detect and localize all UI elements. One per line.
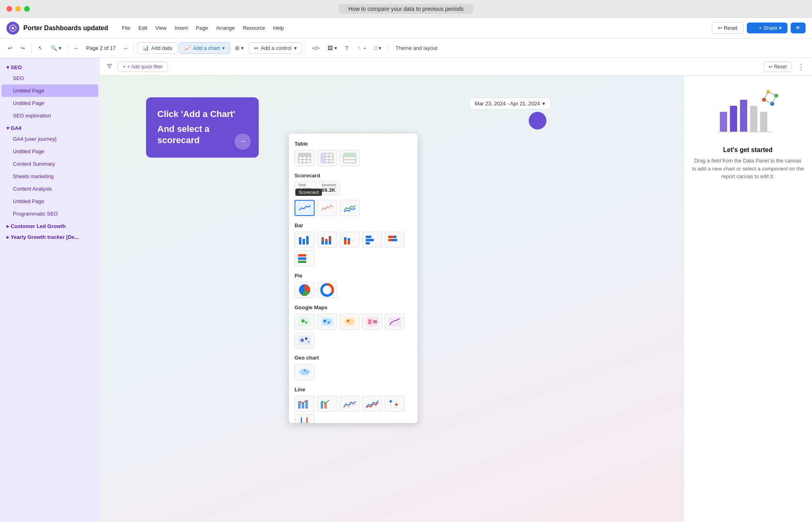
svg-point-72: [390, 400, 392, 403]
chart-icon-bar2[interactable]: [317, 232, 337, 248]
svg-rect-35: [394, 236, 396, 238]
chart-icon-line4[interactable]: [362, 396, 382, 412]
menu-help[interactable]: Help: [269, 23, 288, 33]
menu-page[interactable]: Page: [192, 23, 212, 33]
line-button[interactable]: ⟍ ▾: [353, 43, 369, 53]
svg-rect-32: [366, 239, 374, 241]
chart-icon-table1[interactable]: [295, 150, 315, 166]
add-chart-button[interactable]: 📈 Add a chart ▾: [179, 42, 231, 54]
sidebar-item-content-analysis[interactable]: Content Analysis: [2, 183, 98, 195]
sidebar-item-untitled4[interactable]: Untitled Page: [2, 195, 98, 208]
chart-icon-bar1[interactable]: [295, 232, 315, 248]
svg-rect-55: [368, 319, 371, 324]
zoom-button[interactable]: 🔍 ▾: [47, 43, 65, 53]
add-data-button[interactable]: 📊 Add data: [137, 42, 177, 54]
maximize-button[interactable]: [24, 6, 30, 12]
divider4: [305, 43, 306, 53]
svg-rect-17: [344, 153, 356, 156]
chart-icon-pie2[interactable]: [317, 282, 337, 298]
minimize-button[interactable]: [15, 6, 21, 12]
chart-icon-scorecard-line1[interactable]: Scorecard: [295, 200, 315, 216]
sidebar-group-yearly[interactable]: ▸ Yearly Growth tracker [De...: [0, 231, 100, 242]
sidebar-group-ga4[interactable]: ▾ GA4: [0, 122, 100, 133]
svg-rect-40: [298, 261, 306, 263]
svg-rect-27: [344, 240, 346, 245]
sidebar-group-customer-led[interactable]: ▸ Customer Led Growth: [0, 220, 100, 231]
chart-icon-table3[interactable]: [340, 150, 360, 166]
sidebar-item-untitled3[interactable]: Untitled Page: [2, 145, 98, 158]
svg-point-48: [322, 319, 332, 325]
menu-file[interactable]: File: [118, 23, 134, 33]
filter-bar: + + Add quick filter ↩ Reset ⋮: [100, 58, 812, 76]
canvas-area: Mar 23, 2024 - Apr 21, 2024 ▾ Click 'Add…: [100, 76, 683, 522]
cursor-tool[interactable]: ↖: [35, 43, 46, 53]
sidebar-item-ga4-user-journey[interactable]: GA4 [user journey]: [2, 133, 98, 145]
code-button[interactable]: </>: [309, 43, 323, 53]
chart-icon-map4[interactable]: [362, 314, 382, 330]
chart-icon-scorecard-line2[interactable]: [317, 200, 337, 216]
tooltip-box: Click 'Add a Chart' And select a scoreca…: [146, 97, 259, 158]
chart-icon-scorecard-line3[interactable]: [340, 200, 360, 216]
share-button[interactable]: 👤+ Share ▾: [747, 23, 787, 33]
svg-rect-91: [720, 112, 727, 132]
plus-icon: +: [123, 64, 126, 70]
text-button[interactable]: T: [342, 43, 352, 53]
chart-icon-line1[interactable]: [295, 396, 315, 412]
chart-icon-bar5[interactable]: [385, 232, 405, 248]
add-quick-filter-button[interactable]: + + Add quick filter: [117, 62, 168, 72]
sidebar-item-seo[interactable]: SEO: [2, 72, 98, 84]
sidebar-item-untitled1[interactable]: Untitled Page: [2, 84, 98, 97]
filter-icon-button[interactable]: [105, 61, 114, 72]
shape-button[interactable]: □ ▾: [371, 43, 385, 53]
chart-icon-line6[interactable]: [295, 414, 315, 423]
prev-page-button[interactable]: ←: [72, 44, 81, 53]
chart-icon-map2[interactable]: [317, 314, 337, 330]
image-button[interactable]: 🖼 ▾: [324, 43, 340, 53]
menu-edit[interactable]: Edit: [134, 23, 151, 33]
chart-icon-line5[interactable]: [385, 396, 405, 412]
add-control-button[interactable]: ⇔ Add a control ▾: [249, 42, 302, 54]
chart-grid-button[interactable]: ⊞ ▾: [232, 43, 247, 53]
svg-point-49: [324, 320, 326, 322]
menu-resource[interactable]: Resource: [239, 23, 269, 33]
sidebar-item-seo-exploration[interactable]: SEO exploration: [2, 109, 98, 122]
close-button[interactable]: [6, 6, 12, 12]
menu-arrange[interactable]: Arrange: [212, 23, 239, 33]
chart-icon-line3[interactable]: [340, 396, 360, 412]
redo-button[interactable]: ↪: [17, 43, 28, 53]
chart-icon-geo1[interactable]: [295, 364, 315, 380]
chart-icon-pie1[interactable]: [295, 282, 315, 298]
next-page-button[interactable]: →: [121, 44, 130, 53]
chart-icon-map1[interactable]: [295, 314, 315, 330]
theme-layout-button[interactable]: Theme and layout: [392, 43, 441, 53]
chart-icon-map5[interactable]: [385, 314, 405, 330]
filter-reset-button[interactable]: ↩ Reset: [763, 62, 792, 72]
toolbar: ↩ ↪ ↖ 🔍 ▾ ← Page 2 of 17 → 📊 Add data 📈 …: [0, 39, 812, 58]
add-data-label: Add data: [151, 45, 172, 51]
filter-reset-label: Reset: [774, 64, 787, 70]
svg-rect-44: [298, 317, 311, 327]
chart-icon-map6[interactable]: [295, 332, 315, 348]
chart-icon-bar3[interactable]: [340, 232, 360, 248]
filter-more-button[interactable]: ⋮: [795, 62, 807, 72]
sidebar-group-seo[interactable]: ▾ SEO: [0, 61, 100, 72]
menu-view[interactable]: View: [151, 23, 171, 33]
svg-point-53: [347, 320, 349, 322]
undo-button[interactable]: ↩: [5, 43, 16, 53]
sidebar-item-sheets-marketing[interactable]: Sheets marketing: [2, 170, 98, 183]
sidebar-item-content-summary[interactable]: Content Summary: [2, 158, 98, 170]
chart-icon-line2[interactable]: [317, 396, 337, 412]
chart-icon-table2[interactable]: [317, 150, 337, 166]
sidebar-item-programmatic-seo[interactable]: Programmatic SEO: [2, 208, 98, 220]
geo-icons-row: [289, 362, 418, 383]
chart-icon-map3[interactable]: [340, 314, 360, 330]
sidebar-item-untitled2[interactable]: Untitled Page: [2, 97, 98, 109]
reset-button[interactable]: ↩ Reset: [712, 22, 744, 34]
tooltip-arrow-button[interactable]: →: [235, 134, 251, 150]
filter-icon: [106, 63, 113, 69]
chart-icon-bar4[interactable]: [362, 232, 382, 248]
chart-icon-bar6[interactable]: [295, 250, 315, 266]
date-range-selector[interactable]: Mar 23, 2024 - Apr 21, 2024 ▾: [470, 98, 550, 109]
view-button[interactable]: 👁: [791, 23, 806, 33]
menu-insert[interactable]: Insert: [171, 23, 192, 33]
